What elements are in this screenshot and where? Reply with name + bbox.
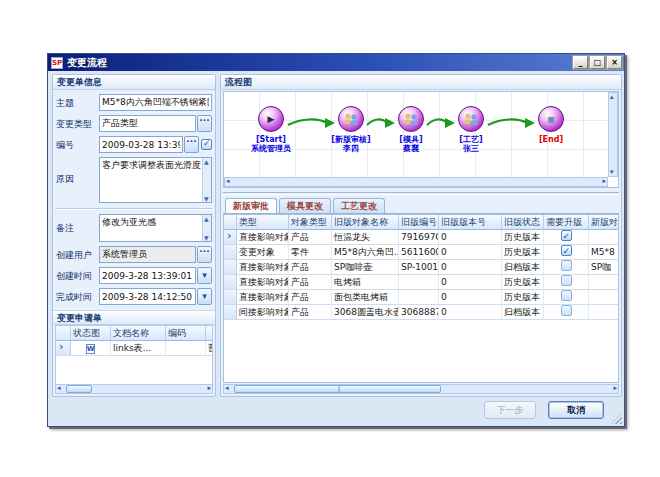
newname-column-header[interactable]: 新版对象 [589, 215, 619, 230]
window-title: 变更流程 [67, 56, 573, 70]
scrollbar-thumb[interactable] [234, 385, 441, 393]
doc-name-cell: links表... [111, 341, 166, 356]
change-process-window: SP 变更流程 _ □ × 变更单信息 主题 变更类型 编号 [47, 53, 625, 427]
creator-ellipsis-button[interactable] [197, 246, 212, 263]
table-row[interactable]: 直接影响对象 产品 SP咖啡壶 SP-1001 0 归档版本 SP咖 [224, 260, 618, 275]
change-type-label: 变更类型 [56, 116, 99, 131]
finish-time-input[interactable] [99, 288, 196, 305]
status-icon-column-header[interactable]: 状态图 [71, 326, 111, 341]
oldver-column-header[interactable]: 旧版版本号 [439, 215, 502, 230]
flow-node-end[interactable]: ◼ [End] [515, 106, 587, 144]
reason-textarea[interactable]: 客户要求调整表面光滑度 [100, 158, 211, 202]
create-time-row: 创建时间 [56, 267, 212, 284]
upgrade-checkbox[interactable] [561, 230, 572, 241]
upgrade-checkbox[interactable] [561, 245, 572, 256]
grid-hscrollbar[interactable] [223, 384, 619, 394]
upgrade-checkbox[interactable] [561, 305, 572, 316]
doc-type-cell: 普通 [206, 341, 213, 356]
table-row[interactable]: 间接影响对象 产品 3068圆盖电水壶 3068887 0 归档版本 [224, 305, 618, 320]
tab-mold-change[interactable]: 模具更改 [279, 198, 331, 213]
flow-diagram-header: 流程图 [221, 75, 621, 90]
start-node-icon: ▶ [258, 106, 284, 132]
row-selector-header [224, 215, 237, 230]
splitter[interactable] [223, 192, 619, 195]
node-label: [新版审核] [331, 135, 370, 144]
node-user: 张三 [463, 144, 479, 153]
flow-panel: 流程图 ▶ [Start] 系统管理员 [220, 74, 622, 397]
row-selector [224, 245, 237, 260]
remark-scrollbar[interactable] [202, 215, 211, 241]
table-row[interactable]: 直接影响对象 产品 恒温龙头 791697C 0 历史版本 [224, 230, 618, 245]
app-icon: SP [51, 57, 63, 69]
creator-label: 创建用户 [56, 247, 99, 262]
finish-time-dropdown-button[interactable] [197, 288, 212, 305]
create-time-input[interactable] [99, 267, 196, 284]
reason-scrollbar[interactable] [202, 158, 211, 202]
creator-input[interactable] [99, 246, 196, 263]
node-label: [模具] [399, 135, 422, 144]
row-selector [224, 275, 237, 290]
number-checkbox[interactable] [201, 139, 212, 150]
flow-diagram: ▶ [Start] 系统管理员 [223, 91, 619, 188]
remark-textarea[interactable]: 修改为亚光感 [100, 215, 211, 241]
node-user: 李四 [343, 144, 359, 153]
word-document-icon: W [86, 344, 96, 354]
desktop: SP 变更流程 _ □ × 变更单信息 主题 变更类型 编号 [0, 0, 660, 477]
create-time-dropdown-button[interactable] [197, 267, 212, 284]
divider [55, 208, 213, 210]
upgrade-checkbox[interactable] [561, 260, 572, 271]
minimize-button[interactable]: _ [573, 56, 588, 69]
tab-new-version-approval[interactable]: 新版审批 [225, 198, 277, 213]
number-label: 编号 [56, 137, 99, 152]
next-button[interactable]: 下一步 [484, 401, 536, 419]
upgrade-checkbox[interactable] [561, 275, 572, 286]
objtype-column-header[interactable]: 对象类型 [289, 215, 332, 230]
request-grid-hscrollbar[interactable] [55, 384, 213, 394]
number-input[interactable] [99, 136, 183, 153]
maximize-button[interactable]: □ [590, 56, 605, 69]
subject-input[interactable] [99, 94, 212, 111]
table-row[interactable]: 变更对象 零件 M5*8内六角凹... 5611600 0 历史版本 M5*8 [224, 245, 618, 260]
upgrade-checkbox[interactable] [561, 290, 572, 301]
change-type-ellipsis-button[interactable] [197, 115, 212, 132]
flow-hscrollbar[interactable] [224, 177, 608, 187]
code-cell [166, 341, 206, 356]
row-selector-arrow [224, 230, 237, 245]
row-selector [224, 260, 237, 275]
remark-row: 备注 修改为亚光感 [56, 214, 212, 242]
row-selector-arrow [56, 341, 71, 356]
close-button[interactable]: × [607, 56, 622, 69]
request-table-row[interactable]: W links表... 普通 [56, 341, 212, 356]
doc-name-column-header[interactable]: 文档名称 [111, 326, 166, 341]
remark-label: 备注 [56, 214, 99, 235]
oldname-column-header[interactable]: 旧版对象名称 [332, 215, 399, 230]
cancel-button[interactable]: 取消 [548, 401, 604, 419]
type-column-header[interactable]: 类型 [237, 215, 289, 230]
version-grid: 类型 对象类型 旧版对象名称 旧版编号 旧版版本号 旧版状态 需要升版 新版对象… [223, 214, 619, 383]
node-label: [工艺] [459, 135, 482, 144]
node-label: [Start] [256, 135, 286, 144]
reason-label: 原因 [56, 157, 99, 186]
extra-column-header[interactable] [206, 326, 213, 341]
row-selector-header [56, 326, 71, 341]
resize-grip-icon[interactable] [611, 413, 622, 424]
table-row[interactable]: 直接影响对象 产品 面包类电烤箱 0 历史版本 [224, 290, 618, 305]
change-type-input[interactable] [99, 115, 196, 132]
request-grid-header: 状态图 文档名称 编码 [56, 326, 212, 341]
scrollbar-thumb[interactable] [66, 385, 92, 393]
code-column-header[interactable]: 编码 [166, 326, 206, 341]
users-node-icon [458, 106, 484, 132]
reason-row: 原因 客户要求调整表面光滑度 [56, 157, 212, 203]
change-request-header: 变更申请单 [53, 310, 215, 325]
titlebar[interactable]: SP 变更流程 _ □ × [48, 54, 624, 71]
upgrade-column-header[interactable]: 需要升版 [544, 215, 589, 230]
number-row: 编号 [56, 136, 212, 153]
number-ellipsis-button[interactable] [184, 136, 199, 153]
flow-vscrollbar[interactable] [608, 92, 618, 177]
oldstatus-column-header[interactable]: 旧版状态 [502, 215, 544, 230]
finish-time-label: 完成时间 [56, 289, 99, 304]
oldcode-column-header[interactable]: 旧版编号 [399, 215, 439, 230]
tab-craft-change[interactable]: 工艺更改 [333, 198, 385, 213]
change-request-grid: 状态图 文档名称 编码 W links表... 普通 [55, 325, 213, 387]
table-row[interactable]: 直接影响对象 产品 电烤箱 0 历史版本 [224, 275, 618, 290]
